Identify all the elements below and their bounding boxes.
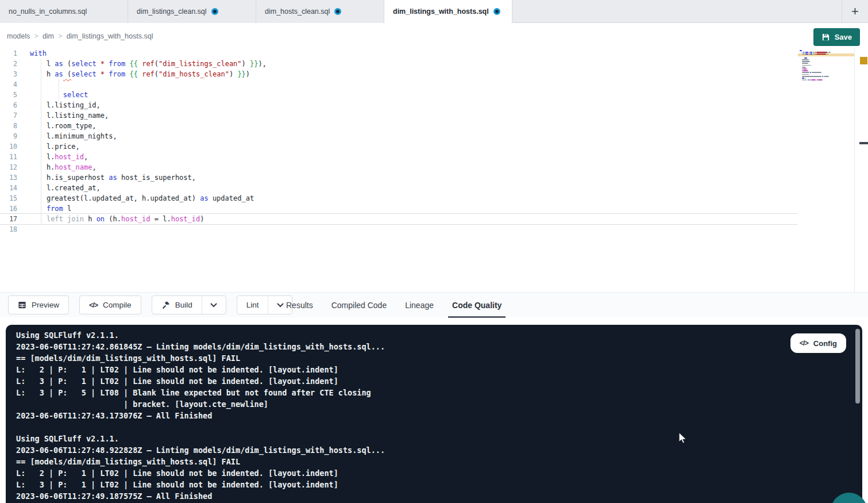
file-tab-no-nulls-in-columns[interactable]: no_nulls_in_columns.sql (0, 0, 128, 23)
file-tab-label: no_nulls_in_columns.sql (9, 7, 87, 16)
indent-guide (59, 79, 59, 100)
code-line-7[interactable]: 7 l.listing_name, (0, 110, 797, 121)
panel-tab-label: Compiled Code (331, 301, 387, 310)
line-number: 7 (0, 110, 17, 121)
code-line-5[interactable]: 5 select (0, 90, 797, 100)
breadcrumb-separator: > (34, 32, 38, 40)
terminal-line: Using SQLFluff v2.1.1. (16, 433, 385, 444)
panel-tab-label: Results (286, 301, 313, 310)
terminal-line: 2023-06-06T11:27:49.187575Z — All Finish… (16, 490, 385, 502)
terminal-line: 2023-06-06T11:27:43.173076Z — All Finish… (16, 410, 385, 421)
save-button-label: Save (835, 33, 852, 41)
code-line-6[interactable]: 6 l.listing_id, (0, 100, 797, 110)
tab-code-quality[interactable]: Code Quality (443, 293, 511, 318)
overview-ruler-divider (854, 48, 855, 292)
build-button[interactable]: Build (152, 296, 202, 314)
code-line-11[interactable]: 11 l.host_id, (0, 152, 797, 162)
terminal-scrollbar-thumb[interactable] (855, 329, 860, 404)
breadcrumb-item-models[interactable]: models (7, 32, 30, 40)
code-line-13[interactable]: 13 h.is_superhost as host_is_superhost, (0, 172, 797, 183)
line-number: 4 (0, 79, 17, 90)
hammer-icon (161, 301, 170, 309)
code-line-9[interactable]: 9 l.minimum_nights, (0, 131, 797, 141)
line-number: 8 (0, 121, 17, 131)
code-line-4[interactable]: 4 (0, 79, 797, 90)
terminal-line: | bracket. [layout.cte_newline] (16, 398, 385, 410)
file-tab-dim-hosts-clean[interactable]: dim_hosts_clean.sql (256, 0, 384, 23)
lint-button[interactable]: Lint (237, 296, 268, 314)
code-line-3[interactable]: 3 h as (select * from {{ ref("dim_hosts_… (0, 69, 797, 79)
terminal-log: Using SQLFluff v2.1.1.2023-06-06T11:27:4… (16, 329, 385, 502)
lint-button-label: Lint (246, 301, 259, 309)
terminal-line: L: 3 | P: 1 | LT02 | Line should not be … (16, 479, 385, 490)
line-number: 17 (0, 214, 17, 224)
line-number: 13 (0, 172, 17, 183)
new-tab-button[interactable]: + (842, 0, 868, 23)
line-number: 1 (0, 48, 17, 59)
save-button[interactable]: Save (813, 28, 860, 46)
terminal-line: 2023-06-06T11:27:42.861845Z — Linting mo… (16, 341, 385, 352)
table-grid-icon (18, 301, 26, 309)
file-tab-label: dim_listings_clean.sql (137, 7, 207, 16)
config-button-label: Config (813, 339, 837, 348)
code-line-1[interactable]: 1with (0, 48, 797, 59)
panel-tab-label: Lineage (405, 301, 434, 310)
terminal-line: L: 3 | P: 5 | LT08 | Blank line expected… (16, 387, 385, 398)
terminal-line: == [models/dim/dim_listings_with_hosts.s… (16, 456, 385, 467)
code-line-10[interactable]: 10 l.price, (0, 141, 797, 152)
line-number: 18 (0, 224, 17, 235)
build-dropdown-button[interactable] (202, 296, 226, 314)
file-tab-dim-listings-clean[interactable]: dim_listings_clean.sql (128, 0, 256, 23)
code-line-16[interactable]: 16 from l (0, 203, 797, 214)
code-line-2[interactable]: 2 l as (select * from {{ ref("dim_listin… (0, 59, 797, 69)
code-line-17[interactable]: 17 left join h on (h.host_id = l.host_id… (0, 214, 797, 224)
preview-button[interactable]: Preview (8, 295, 69, 314)
file-tab-label: dim_listings_with_hosts.sql (393, 7, 489, 16)
terminal-line: L: 2 | P: 1 | LT02 | Line should not be … (16, 364, 385, 375)
unsaved-changes-dot-icon (493, 8, 500, 15)
compile-button[interactable]: </> Compile (79, 295, 141, 314)
panel-tab-label: Code Quality (452, 301, 501, 310)
minimap[interactable] (800, 50, 854, 290)
config-button[interactable]: </> Config (790, 333, 846, 353)
overview-ruler-cursor-marker[interactable] (859, 142, 868, 144)
lint-output-terminal: Using SQLFluff v2.1.1.2023-06-06T11:27:4… (6, 325, 862, 503)
tab-results[interactable]: Results (277, 293, 322, 318)
line-number: 3 (0, 69, 17, 79)
terminal-line: == [models/dim/dim_listings_with_hosts.s… (16, 352, 385, 364)
overview-ruler-warning-marker[interactable] (860, 57, 867, 64)
tab-compiled-code[interactable]: Compiled Code (322, 293, 396, 318)
unsaved-changes-dot-icon (334, 8, 341, 15)
terminal-line: L: 3 | P: 1 | LT02 | Line should not be … (16, 375, 385, 387)
breadcrumb-item-dim[interactable]: dim (43, 32, 54, 40)
tab-lineage[interactable]: Lineage (396, 293, 443, 318)
code-line-8[interactable]: 8 l.room_type, (0, 121, 797, 131)
code-line-14[interactable]: 14 l.created_at, (0, 183, 797, 193)
build-split-button: Build (152, 295, 226, 314)
indent-guide (41, 59, 41, 224)
line-number: 9 (0, 131, 17, 141)
code-line-12[interactable]: 12 h.host_name, (0, 162, 797, 172)
line-number: 11 (0, 152, 17, 162)
terminal-line (16, 421, 385, 433)
file-tab-dim-listings-with-hosts[interactable]: dim_listings_with_hosts.sql (384, 0, 512, 23)
action-toolbar: Preview </> Compile Build Lint (0, 292, 868, 317)
line-number: 2 (0, 59, 17, 69)
file-tab-bar: no_nulls_in_columns.sql dim_listings_cle… (0, 0, 868, 23)
code-line-18[interactable]: 18 (0, 224, 797, 235)
dbt-cloud-ide: no_nulls_in_columns.sql dim_listings_cle… (0, 0, 868, 503)
terminal-line: 2023-06-06T11:27:48.922828Z — Linting mo… (16, 444, 385, 456)
code-line-15[interactable]: 15 greatest(l.updated_at, h.updated_at) … (0, 193, 797, 203)
plus-icon: + (851, 4, 859, 19)
file-tab-label: dim_hosts_clean.sql (265, 7, 330, 16)
breadcrumb-item-file[interactable]: dim_listings_with_hosts.sql (67, 32, 153, 40)
line-number: 16 (0, 203, 17, 214)
line-number: 15 (0, 193, 17, 203)
code-editor[interactable]: 1with2 l as (select * from {{ ref("dim_l… (0, 48, 868, 292)
preview-button-label: Preview (32, 301, 59, 309)
code-lines: 1with2 l as (select * from {{ ref("dim_l… (0, 48, 797, 235)
code-brackets-icon: </> (800, 339, 808, 347)
compile-button-label: Compile (103, 301, 132, 309)
line-number: 12 (0, 162, 17, 172)
line-number: 5 (0, 90, 17, 100)
